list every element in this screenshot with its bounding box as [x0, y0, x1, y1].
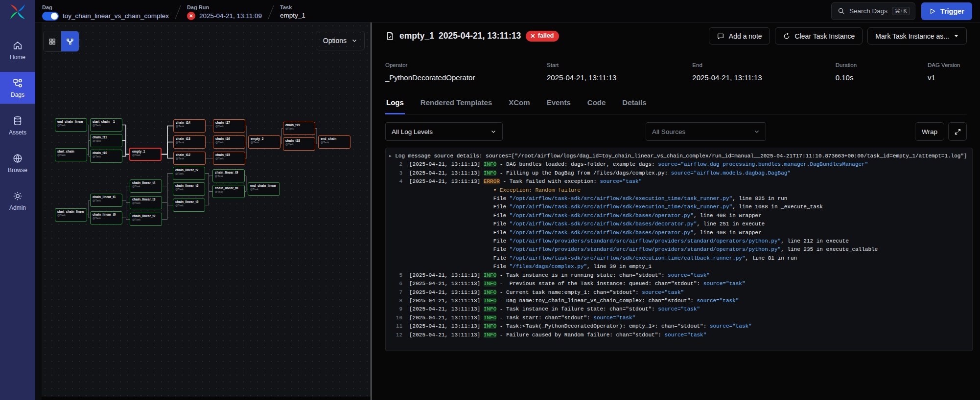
graph-node-chain_linear_t9[interactable]: chain_linear_t9@Task✓success	[212, 169, 245, 182]
trigger-button[interactable]: Trigger	[921, 2, 972, 20]
graph-node-chain_t11[interactable]: chain_t11@Task✓success	[90, 134, 122, 147]
node-title: chain_t19	[285, 123, 313, 127]
log-line-number	[389, 263, 402, 271]
log-line: File "/files/dags/complex.py", line 39 i…	[389, 263, 972, 271]
log-line-number: 4	[389, 178, 402, 186]
sidebar-item-home[interactable]: Home	[0, 34, 35, 66]
node-subtitle: @Task	[321, 141, 348, 144]
add-note-button[interactable]: Add a note	[709, 27, 770, 44]
graph-node-chain_linear_t0[interactable]: chain_linear_t0@Task✓success	[90, 211, 122, 224]
tab-code[interactable]: Code	[586, 98, 607, 114]
dag-name-link[interactable]: toy_chain_linear_vs_chain_complex	[63, 12, 169, 20]
search-dags-input[interactable]: Search Dags ⌘+K	[831, 2, 915, 20]
node-subtitle: @Task	[132, 201, 160, 204]
node-subtitle: @Task	[215, 141, 243, 144]
graph-node-chain_t12[interactable]: chain_t12@Task⊘upstream_failed	[173, 152, 206, 165]
tab-rendered-templates[interactable]: Rendered Templates	[420, 98, 493, 114]
sidebar-item-browse[interactable]: Browse	[0, 147, 35, 179]
graph-view-button[interactable]	[61, 31, 79, 51]
graph-node-end_chain_linear__1[interactable]: end_chain_linear__1@Task✓success	[55, 118, 87, 132]
graph-node-chain_linear_t5[interactable]: chain_linear_t5@Task✓success	[173, 199, 205, 212]
graph-node-chain_linear_t2[interactable]: chain_linear_t2@Task✓success	[130, 213, 162, 226]
node-subtitle: @Task	[57, 124, 85, 127]
chevron-down-icon	[754, 129, 760, 134]
log-line-number	[389, 229, 402, 237]
graph-node-end_chain_linear[interactable]: end_chain_linear@Task✓success	[248, 182, 280, 196]
graph-node-empty_2[interactable]: empty_2@Task⊘upstream_failed	[248, 135, 280, 149]
graph-node-chain_linear_t6[interactable]: chain_linear_t6@Task✓success	[173, 182, 205, 196]
tab-xcom[interactable]: XCom	[508, 98, 531, 114]
sidebar-item-admin[interactable]: Admin	[0, 185, 35, 217]
grid-view-button[interactable]	[44, 31, 61, 51]
log-line-number	[389, 254, 402, 263]
graph-node-chain_linear_t3[interactable]: chain_linear_t3@Task✓success	[130, 196, 162, 209]
graph-node-chain_t13[interactable]: chain_t13@Task⊘upstream_failed	[173, 135, 206, 149]
tab-events[interactable]: Events	[546, 98, 572, 114]
graph-canvas[interactable]: end_chain_linear__1@Task✓successstart_ch…	[42, 22, 371, 397]
dag-pause-toggle[interactable]	[42, 12, 59, 21]
node-title: end_chain_linear__1	[57, 120, 85, 123]
graph-node-chain_t15[interactable]: chain_t15@Task⊘upstream_failed	[213, 152, 245, 165]
graph-node-chain_linear_t7[interactable]: chain_linear_t7@Task✓success	[173, 167, 205, 180]
options-button[interactable]: Options	[316, 31, 365, 50]
graph-node-chain_linear_t4[interactable]: chain_linear_t4@Task✓success	[130, 179, 162, 193]
graph-node-end_chain[interactable]: end_chain@Task⊘upstream_failed	[318, 135, 350, 149]
graph-node-chain_linear_t1[interactable]: chain_linear_t1@Task✓success	[90, 194, 122, 207]
node-title: empty_2	[251, 137, 278, 140]
node-title: chain_linear_t0	[93, 213, 120, 216]
log-line: ▾ Exception: Random failure	[389, 186, 972, 195]
node-subtitle: @Task	[215, 125, 243, 128]
panel-divider[interactable]	[371, 22, 372, 400]
log-line: File "/opt/airflow/providers/standard/sr…	[389, 245, 972, 254]
graph-node-start_chain__1[interactable]: start_chain__1@Task✓success	[90, 118, 122, 132]
tab-details[interactable]: Details	[621, 98, 647, 114]
node-title: chain_linear_t6	[175, 184, 203, 187]
log-levels-select[interactable]: All Log Levels	[385, 122, 503, 141]
dag-run-link[interactable]: 2025-04-21, 13:11:09	[199, 12, 262, 20]
log-viewer[interactable]: ▸ Log message source details: sources=["…	[385, 148, 973, 351]
fullscreen-button[interactable]	[948, 122, 967, 141]
dag-graph-panel: end_chain_linear__1@Task✓successstart_ch…	[35, 22, 371, 400]
log-line: File "/opt/airflow/task-sdk/src/airflow/…	[389, 195, 972, 203]
graph-node-chain_t16[interactable]: chain_t16@Task⊘upstream_failed	[213, 135, 245, 149]
graph-node-chain_t10[interactable]: chain_t10@Task✓success	[90, 150, 122, 163]
graph-node-start_chain_linear[interactable]: start_chain_linear@Task✓success	[55, 208, 87, 222]
clear-task-instance-button[interactable]: Clear Task Instance	[775, 27, 863, 44]
log-line: File "/opt/airflow/task-sdk/src/airflow/…	[389, 229, 972, 237]
graph-node-start_chain[interactable]: start_chain@Task✓success	[55, 148, 87, 161]
graph-node-chain_t17[interactable]: chain_t17@Task⊘upstream_failed	[213, 119, 245, 133]
expand-icon	[954, 128, 961, 135]
task-label: Task	[280, 4, 305, 10]
sidebar-item-label: Assets	[9, 129, 26, 136]
mark-task-instance-as-button[interactable]: Mark Task Instance as...	[867, 27, 967, 44]
task-tabs: Logs Rendered Templates XCom Events Code…	[385, 98, 967, 114]
graph-node-chain_linear_t8[interactable]: chain_linear_t8@Task✓success	[212, 185, 245, 198]
log-line-number	[389, 212, 402, 220]
node-subtitle: @Task	[57, 214, 85, 217]
node-title: chain_t18	[285, 139, 313, 142]
node-subtitle: @Task	[93, 139, 120, 142]
log-line: ▸ Log message source details: sources=["…	[389, 152, 972, 160]
task-instance-title: empty_1 2025-04-21, 13:11:13	[399, 31, 521, 41]
airflow-pinwheel-icon	[9, 3, 26, 21]
graph-scrollbar-track[interactable]	[42, 397, 371, 400]
sidebar-item-label: Dags	[11, 91, 24, 98]
node-subtitle: @Task	[250, 188, 278, 191]
sidebar-item-assets[interactable]: Assets	[0, 110, 35, 141]
node-subtitle: @Task	[93, 155, 120, 158]
node-title: chain_t17	[215, 121, 243, 124]
log-line-number	[389, 220, 402, 228]
graph-node-chain_t19[interactable]: chain_t19@Task⊘upstream_failed	[283, 122, 315, 135]
graph-node-chain_t14[interactable]: chain_t14@Task⊘upstream_failed	[173, 119, 206, 133]
log-sources-select[interactable]: All Sources	[646, 122, 766, 141]
sidebar-item-dags[interactable]: Dags	[0, 72, 35, 104]
graph-node-empty_1[interactable]: empty_1@Task✕failed	[129, 148, 162, 161]
admin-icon	[12, 191, 23, 201]
airflow-logo[interactable]	[7, 1, 28, 22]
graph-node-chain_t18[interactable]: chain_t18@Task⊘upstream_failed	[283, 137, 315, 151]
log-line-number: 7	[389, 289, 402, 297]
log-line: 6[2025-04-21, 13:11:13] INFO - Previous …	[389, 280, 972, 288]
tab-logs[interactable]: Logs	[385, 98, 405, 114]
wrap-button[interactable]: Wrap	[915, 122, 944, 141]
log-line: 4[2025-04-21, 13:11:13] ERROR - Task fai…	[389, 178, 972, 186]
